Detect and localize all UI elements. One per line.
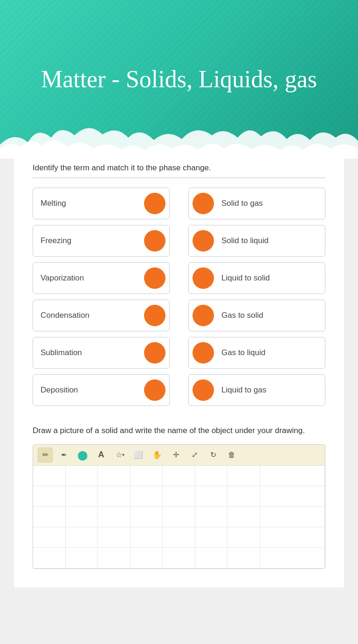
matching-instruction: Identify the term and match it to the ph… (33, 163, 325, 178)
pencil-tool-button[interactable]: ✏ (38, 448, 53, 462)
canvas-cell (260, 507, 293, 527)
right-label-liquid-to-gas: Liquid to gas (221, 385, 266, 395)
canvas-cell (131, 486, 163, 507)
matching-grid: Melting Solid to gas Freezing Solid to l… (33, 188, 325, 406)
right-card-gas-to-solid[interactable]: Gas to solid (188, 300, 325, 331)
right-card-solid-to-liquid[interactable]: Solid to liquid (188, 225, 325, 257)
canvas-cell (195, 466, 228, 486)
draw-canvas[interactable]: // Generate 45 grid cells for(let i=0;i<… (33, 466, 325, 568)
left-label-deposition: Deposition (41, 385, 78, 395)
left-label-condensation: Condensation (41, 311, 90, 320)
right-label-liquid-to-solid: Liquid to solid (221, 273, 270, 283)
dot-vaporization-left[interactable] (144, 267, 165, 289)
page-title: Matter - Solids, Liquids, gas (22, 65, 336, 94)
section-gap (33, 406, 325, 425)
dot-solid-to-gas[interactable] (193, 193, 214, 214)
delete-tool-button[interactable]: 🗑 (224, 448, 239, 462)
right-card-liquid-to-gas[interactable]: Liquid to gas (188, 374, 325, 406)
pen-tool-button[interactable]: ✒ (56, 448, 71, 462)
left-card-freezing[interactable]: Freezing (33, 225, 170, 257)
canvas-cell (66, 527, 98, 548)
canvas-cell (131, 466, 163, 486)
canvas-cell (195, 527, 228, 548)
canvas-cell (227, 486, 260, 507)
right-label-solid-to-gas: Solid to gas (221, 199, 263, 208)
shape-tool-button[interactable]: ☆▾ (112, 448, 127, 462)
canvas-cell (66, 466, 98, 486)
canvas-cell (292, 507, 325, 527)
canvas-cell (98, 466, 131, 486)
canvas-cell (260, 548, 293, 568)
draw-toolbar: ✏ ✒ ⬤ A ☆▾ ⬜ ✋ ✛ ⤢ ↻ 🗑 (33, 445, 325, 466)
color-tool-button[interactable]: ⬤ (75, 448, 90, 462)
canvas-cell (33, 486, 66, 507)
canvas-cell (131, 548, 163, 568)
draw-instruction: Draw a picture of a solid and write the … (33, 425, 325, 437)
canvas-cell (131, 507, 163, 527)
dot-gas-to-liquid[interactable] (193, 342, 214, 364)
canvas-cell (260, 527, 293, 548)
right-label-gas-to-liquid: Gas to liquid (221, 348, 266, 357)
canvas-cell (195, 507, 228, 527)
main-content: Identify the term and match it to the ph… (14, 149, 344, 588)
canvas-cell (260, 466, 293, 486)
canvas-cell (260, 486, 293, 507)
dot-freezing-left[interactable] (144, 230, 165, 252)
left-label-vaporization: Vaporization (41, 273, 84, 283)
dot-melting-left[interactable] (144, 193, 165, 214)
right-label-solid-to-liquid: Solid to liquid (221, 236, 268, 245)
right-card-liquid-to-solid[interactable]: Liquid to solid (188, 262, 325, 294)
left-label-freezing: Freezing (41, 236, 71, 245)
canvas-cell (227, 527, 260, 548)
move-tool-button[interactable]: ✛ (168, 448, 183, 462)
dot-solid-to-liquid[interactable] (193, 230, 214, 252)
canvas-cell (33, 527, 66, 548)
canvas-cell (292, 548, 325, 568)
canvas-cell (195, 548, 228, 568)
left-card-vaporization[interactable]: Vaporization (33, 262, 170, 294)
dot-gas-to-solid[interactable] (193, 305, 214, 326)
canvas-cell (163, 507, 195, 527)
left-card-deposition[interactable]: Deposition (33, 374, 170, 406)
expand-tool-button[interactable]: ⤢ (187, 448, 202, 462)
dot-sublimation-left[interactable] (144, 342, 165, 364)
dot-liquid-to-gas[interactable] (193, 379, 214, 401)
left-label-sublimation: Sublimation (41, 348, 82, 357)
canvas-cell (163, 527, 195, 548)
canvas-cell (292, 466, 325, 486)
dot-condensation-left[interactable] (144, 305, 165, 326)
canvas-cell (227, 507, 260, 527)
right-label-gas-to-solid: Gas to solid (221, 311, 263, 320)
left-card-sublimation[interactable]: Sublimation (33, 337, 170, 369)
left-card-melting[interactable]: Melting (33, 188, 170, 219)
canvas-cell (292, 527, 325, 548)
canvas-cell (227, 548, 260, 568)
right-card-solid-to-gas[interactable]: Solid to gas (188, 188, 325, 219)
dot-liquid-to-solid[interactable] (193, 267, 214, 289)
hand-tool-button[interactable]: ✋ (150, 448, 165, 462)
right-card-gas-to-liquid[interactable]: Gas to liquid (188, 337, 325, 369)
canvas-cell (66, 548, 98, 568)
canvas-cell (66, 486, 98, 507)
canvas-cell (66, 507, 98, 527)
canvas-cell (227, 466, 260, 486)
canvas-cell (33, 507, 66, 527)
canvas-cell (98, 507, 131, 527)
draw-container: ✏ ✒ ⬤ A ☆▾ ⬜ ✋ ✛ ⤢ ↻ 🗑 // Generate 45 gr… (33, 444, 325, 569)
dot-deposition-left[interactable] (144, 379, 165, 401)
canvas-cell (98, 486, 131, 507)
canvas-cell (33, 466, 66, 486)
left-label-melting: Melting (41, 199, 66, 208)
canvas-cell (195, 486, 228, 507)
canvas-cell (98, 527, 131, 548)
canvas-cell (163, 466, 195, 486)
left-card-condensation[interactable]: Condensation (33, 300, 170, 331)
image-tool-button[interactable]: ⬜ (131, 448, 146, 462)
canvas-cell (131, 527, 163, 548)
canvas-cell (163, 486, 195, 507)
page-header: Matter - Solids, Liquids, gas (0, 0, 358, 159)
canvas-cell (33, 548, 66, 568)
rotate-tool-button[interactable]: ↻ (206, 448, 220, 462)
text-tool-button[interactable]: A (94, 448, 109, 462)
canvas-cell (98, 548, 131, 568)
